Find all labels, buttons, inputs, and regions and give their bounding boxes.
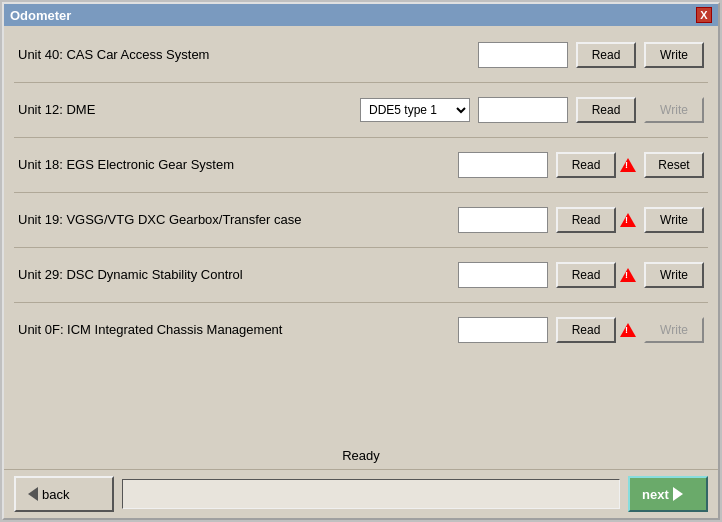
row-unit40-read-button[interactable]: Read <box>576 42 636 68</box>
row-unit12-read-button[interactable]: Read <box>576 97 636 123</box>
back-button[interactable]: back <box>14 476 114 512</box>
warning-triangle <box>620 213 636 227</box>
row-unit19-read-button[interactable]: Read <box>556 207 616 233</box>
row-unit0f-read-group: Read <box>556 317 640 343</box>
row-unit12-write-button: Write <box>644 97 704 123</box>
row-unit19-label: Unit 19: VGSG/VTG DXC Gearbox/Transfer c… <box>18 212 458 229</box>
warning-triangle <box>620 268 636 282</box>
window-title: Odometer <box>10 8 71 23</box>
content-area: Unit 40: CAS Car Access System Read Writ… <box>4 26 718 442</box>
row-unit29-label: Unit 29: DSC Dynamic Stability Control <box>18 267 458 284</box>
row-unit12-dropdown-container: DDE5 type 1 DDE5 type 2 DDE6 <box>360 98 470 122</box>
footer-spacer <box>122 479 620 509</box>
row-unit18: Unit 18: EGS Electronic Gear System Read… <box>14 144 708 186</box>
warning-triangle <box>620 323 636 337</box>
row-unit0f-write-button: Write <box>644 317 704 343</box>
row-unit18-warning-icon <box>620 158 636 172</box>
row-unit12-dropdown[interactable]: DDE5 type 1 DDE5 type 2 DDE6 <box>360 98 470 122</box>
next-arrow-icon <box>673 487 683 501</box>
row-unit19-value <box>458 207 548 233</box>
status-text: Ready <box>342 448 380 463</box>
row-unit19: Unit 19: VGSG/VTG DXC Gearbox/Transfer c… <box>14 199 708 241</box>
row-unit40-value <box>478 42 568 68</box>
row-unit0f-label: Unit 0F: ICM Integrated Chassis Manageme… <box>18 322 458 339</box>
row-unit18-read-button[interactable]: Read <box>556 152 616 178</box>
close-button[interactable]: X <box>696 7 712 23</box>
row-unit12-value <box>478 97 568 123</box>
back-arrow-icon <box>28 487 38 501</box>
row-unit29-read-group: Read <box>556 262 640 288</box>
back-label: back <box>42 487 69 502</box>
row-unit40: Unit 40: CAS Car Access System Read Writ… <box>14 34 708 76</box>
row-unit12-read-group: Read <box>576 97 640 123</box>
row-unit0f-warning-icon <box>620 323 636 337</box>
status-bar: Ready <box>4 442 718 469</box>
row-unit18-read-group: Read <box>556 152 640 178</box>
row-unit29-warning-icon <box>620 268 636 282</box>
main-window: Odometer X Unit 40: CAS Car Access Syste… <box>2 2 720 520</box>
row-unit19-warning-icon <box>620 213 636 227</box>
warning-triangle <box>620 158 636 172</box>
row-unit19-read-group: Read <box>556 207 640 233</box>
row-unit18-value <box>458 152 548 178</box>
next-label: next <box>642 487 669 502</box>
row-unit29-value <box>458 262 548 288</box>
row-unit29: Unit 29: DSC Dynamic Stability Control R… <box>14 254 708 296</box>
row-unit0f: Unit 0F: ICM Integrated Chassis Manageme… <box>14 309 708 351</box>
next-button[interactable]: next <box>628 476 708 512</box>
title-bar: Odometer X <box>4 4 718 26</box>
row-unit29-read-button[interactable]: Read <box>556 262 616 288</box>
row-unit18-reset-button[interactable]: Reset <box>644 152 704 178</box>
row-unit40-read-group: Read <box>576 42 640 68</box>
row-unit29-write-button[interactable]: Write <box>644 262 704 288</box>
row-unit12-label: Unit 12: DME <box>18 102 360 119</box>
footer: back next <box>4 469 718 518</box>
row-unit18-label: Unit 18: EGS Electronic Gear System <box>18 157 458 174</box>
row-unit19-write-button[interactable]: Write <box>644 207 704 233</box>
row-unit40-label: Unit 40: CAS Car Access System <box>18 47 478 64</box>
row-unit0f-read-button[interactable]: Read <box>556 317 616 343</box>
row-unit0f-value <box>458 317 548 343</box>
row-unit40-write-button[interactable]: Write <box>644 42 704 68</box>
row-unit12: Unit 12: DME DDE5 type 1 DDE5 type 2 DDE… <box>14 89 708 131</box>
